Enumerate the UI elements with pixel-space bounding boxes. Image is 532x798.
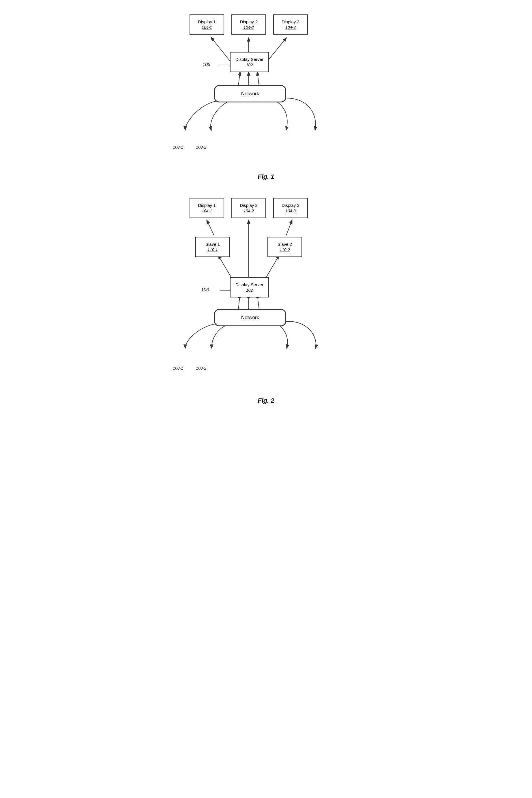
svg-line-35 xyxy=(207,221,214,235)
svg-rect-32 xyxy=(306,109,340,136)
svg-rect-52 xyxy=(174,354,176,356)
svg-text:108-4: 108-4 xyxy=(318,340,329,346)
svg-rect-26 xyxy=(197,133,199,135)
svg-rect-54 xyxy=(180,354,182,356)
svg-rect-67 xyxy=(270,341,294,357)
fig2-display1-box: Display 1 104-1 xyxy=(190,198,224,218)
svg-rect-48 xyxy=(180,350,182,352)
svg-rect-44 xyxy=(172,340,184,357)
svg-rect-19 xyxy=(197,121,205,128)
svg-rect-62 xyxy=(203,352,205,354)
svg-rect-57 xyxy=(197,350,199,352)
svg-rect-12 xyxy=(174,131,176,133)
svg-rect-46 xyxy=(174,350,176,352)
svg-rect-21 xyxy=(200,129,202,130)
fig1-device2-label: 108-2 xyxy=(192,145,210,149)
svg-rect-27 xyxy=(200,133,202,135)
svg-rect-49 xyxy=(174,352,176,354)
fig1-display3-ref: 104-3 xyxy=(285,25,296,30)
svg-text:108-3: 108-3 xyxy=(277,347,287,352)
svg-rect-63 xyxy=(197,354,199,356)
fig2-slave1-box: Slave 1 110-1 xyxy=(195,237,230,257)
svg-rect-28 xyxy=(203,133,205,135)
fig1-network-label: Network xyxy=(241,91,259,97)
fig1-device1-label: 108-1 xyxy=(169,145,187,149)
svg-line-37 xyxy=(286,221,292,235)
fig2-display1-label: Display 1 xyxy=(198,203,216,208)
fig2-slave1-label: Slave 1 xyxy=(205,242,220,247)
svg-rect-66 xyxy=(267,338,297,360)
fig1-display2-ref: 104-2 xyxy=(244,25,254,30)
fig2-diagram: Display 1 104-1 Display 2 104-2 Display … xyxy=(145,192,387,394)
fig1-display1-label: Display 1 xyxy=(198,19,216,25)
fig2-network-label: Network xyxy=(241,315,259,321)
svg-rect-51 xyxy=(180,352,182,354)
svg-rect-15 xyxy=(174,133,176,135)
fig1-display3-label: Display 3 xyxy=(282,19,300,25)
svg-rect-22 xyxy=(203,129,205,130)
svg-rect-58 xyxy=(200,350,202,352)
svg-rect-14 xyxy=(180,131,182,133)
fig2-display-server-box: Display Server 102 xyxy=(230,277,269,298)
svg-rect-53 xyxy=(177,354,179,356)
fig2-display2-box: Display 2 104-2 xyxy=(231,198,266,218)
fig2-display3-box: Display 3 104-3 xyxy=(273,198,308,218)
fig2-slave2-ref: 110-2 xyxy=(280,247,290,252)
svg-rect-11 xyxy=(180,129,182,130)
svg-rect-16 xyxy=(177,133,179,135)
svg-rect-18 xyxy=(195,119,207,136)
fig2-slave2-label: Slave 2 xyxy=(278,242,292,247)
svg-text:108-3: 108-3 xyxy=(277,127,287,132)
svg-rect-23 xyxy=(197,131,199,133)
svg-rect-7 xyxy=(172,119,184,136)
svg-rect-17 xyxy=(180,133,182,135)
fig2-display2-ref: 104-2 xyxy=(244,208,254,213)
fig2-slave2-box: Slave 2 110-2 xyxy=(267,237,302,257)
fig1-callout: 106 xyxy=(203,62,210,67)
fig1-display1-box: Display 1 104-1 xyxy=(190,15,224,35)
fig2-display3-ref: 104-3 xyxy=(285,208,296,213)
svg-rect-8 xyxy=(174,121,182,128)
svg-rect-61 xyxy=(200,352,202,354)
svg-rect-56 xyxy=(197,342,205,348)
svg-rect-59 xyxy=(203,350,205,352)
fig2-callout: 106 xyxy=(201,287,209,292)
svg-rect-47 xyxy=(177,350,179,352)
svg-rect-24 xyxy=(200,131,202,133)
svg-rect-20 xyxy=(197,129,199,130)
svg-text:108-4: 108-4 xyxy=(318,120,329,126)
svg-rect-65 xyxy=(203,354,205,356)
fig2-slave1-ref: 110-1 xyxy=(207,247,218,252)
svg-rect-45 xyxy=(174,342,182,348)
svg-rect-69 xyxy=(306,330,340,357)
fig1-display3-box: Display 3 104-3 xyxy=(273,15,308,35)
fig2-network-box: Network xyxy=(214,309,286,326)
fig1-label: Fig. 1 xyxy=(145,173,387,180)
svg-rect-10 xyxy=(177,129,179,130)
fig2-display3-label: Display 3 xyxy=(282,203,300,208)
fig1-diagram: Display 1 104-1 Display 2 104-2 Display … xyxy=(145,9,387,170)
fig2-display-server-label: Display Server xyxy=(235,282,264,288)
svg-rect-29 xyxy=(267,118,297,140)
fig2-display-server-ref: 102 xyxy=(246,288,253,293)
fig1-network-box: Network xyxy=(214,85,286,102)
fig1-display-server-ref: 102 xyxy=(246,62,253,68)
fig1-display1-ref: 104-1 xyxy=(202,25,212,30)
svg-rect-55 xyxy=(195,340,207,357)
fig2-display1-ref: 104-1 xyxy=(202,208,212,213)
svg-rect-64 xyxy=(200,354,202,356)
svg-rect-60 xyxy=(197,352,199,354)
fig1-display-server-label: Display Server xyxy=(235,57,264,62)
svg-rect-9 xyxy=(174,129,176,130)
svg-rect-70 xyxy=(309,333,337,354)
fig1-display2-label: Display 2 xyxy=(240,19,258,25)
fig1-display2-box: Display 2 104-2 xyxy=(231,15,266,35)
fig1-display-server-box: Display Server 102 xyxy=(230,52,269,72)
fig2-label: Fig. 2 xyxy=(145,397,387,404)
svg-rect-50 xyxy=(177,352,179,354)
page: Display 1 104-1 Display 2 104-2 Display … xyxy=(133,0,399,425)
svg-rect-13 xyxy=(177,131,179,133)
svg-rect-25 xyxy=(203,131,205,133)
fig2-device1-label: 108-1 xyxy=(169,366,187,370)
svg-rect-30 xyxy=(270,121,294,137)
